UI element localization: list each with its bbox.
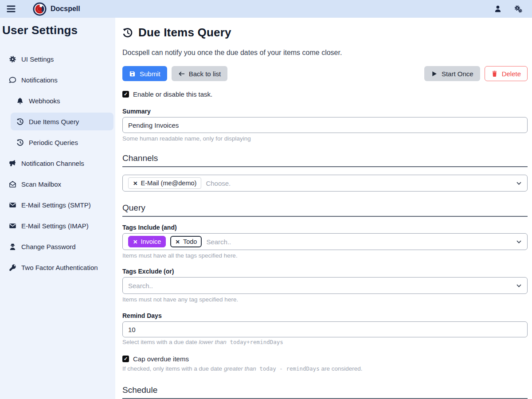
save-icon	[129, 70, 136, 77]
sidebar-item-periodic-queries[interactable]: Periodic Queries	[11, 133, 113, 151]
sidebar-item-notifications[interactable]: Notifications	[6, 71, 113, 89]
page-description: Docspell can notify you once the due dat…	[122, 49, 528, 57]
sidebar-item-due-items-query[interactable]: Due Items Query	[11, 113, 113, 130]
sidebar-item-label: E-Mail Settings (SMTP)	[21, 201, 91, 209]
app-window: Docspell User Settings UI Settings Notif…	[0, 0, 532, 399]
enable-task-row: ✓ Enable or disable this task.	[122, 90, 528, 98]
delete-button[interactable]: Delete	[485, 66, 528, 81]
cap-overdue-checkbox[interactable]: ✓	[122, 356, 129, 362]
tags-include-helper: Items must have all the tags specified h…	[122, 252, 528, 259]
envelope-icon	[9, 222, 16, 230]
tags-include-placeholder: Search..	[206, 238, 231, 246]
tags-include-label: Tags Include (and)	[122, 224, 528, 231]
remind-days-input[interactable]	[122, 321, 528, 337]
trash-icon	[491, 70, 498, 77]
start-once-label: Start Once	[442, 70, 473, 78]
channels-placeholder: Choose.	[206, 180, 231, 187]
bell-icon	[16, 97, 24, 105]
start-once-button[interactable]: Start Once	[424, 66, 480, 81]
tags-exclude-label: Tags Exclude (or)	[122, 268, 528, 275]
tags-exclude-helper: Items must not have any tag specified he…	[122, 296, 528, 303]
brand-name: Docspell	[51, 5, 80, 13]
navbar-actions	[494, 5, 526, 13]
comment-icon	[9, 76, 16, 84]
sidebar-item-label: Scan Mailbox	[21, 180, 61, 188]
submit-button[interactable]: Submit	[122, 66, 167, 81]
key-icon	[9, 264, 16, 271]
chevron-down-icon[interactable]	[516, 180, 522, 186]
remove-chip-icon[interactable]: ✕	[133, 239, 137, 245]
enable-task-checkbox[interactable]: ✓	[122, 91, 129, 98]
sidebar-item-notification-channels[interactable]: Notification Channels	[6, 154, 113, 172]
top-navbar: Docspell	[0, 0, 532, 18]
history-icon	[16, 139, 24, 146]
tag-chip-label: Invoice	[141, 238, 161, 245]
sidebar-item-label: Change Password	[21, 243, 76, 250]
helper-code: today+remindDays	[227, 339, 283, 345]
sidebar-item-ui-settings[interactable]: UI Settings	[6, 50, 113, 68]
sidebar-item-email-smtp[interactable]: E-Mail Settings (SMTP)	[6, 196, 113, 214]
sidebar-item-label: Webhooks	[29, 97, 60, 105]
sidebar-item-label: Notifications	[21, 76, 58, 84]
sidebar-item-label: Notification Channels	[21, 160, 84, 167]
tags-include-select[interactable]: ✕ Invoice ✕ Todo Search..	[122, 233, 528, 250]
tag-chip-invoice[interactable]: ✕ Invoice	[128, 236, 166, 247]
check-icon: ✓	[124, 356, 128, 361]
tag-chip-todo[interactable]: ✕ Todo	[170, 236, 202, 247]
chevron-down-icon[interactable]	[516, 283, 522, 289]
user-secret-icon	[9, 243, 16, 250]
summary-helper: Some human readable name, only for displ…	[122, 135, 528, 142]
history-icon	[122, 27, 133, 38]
menu-icon[interactable]	[6, 4, 16, 14]
check-icon: ✓	[124, 92, 128, 97]
history-icon	[16, 118, 24, 125]
channel-chip-email[interactable]: ✕ E-Mail (me@demo)	[128, 177, 201, 189]
enable-task-label: Enable or disable this task.	[133, 90, 212, 98]
back-to-list-button[interactable]: Back to list	[172, 66, 228, 81]
channels-heading: Channels	[122, 153, 528, 167]
user-account-icon[interactable]	[494, 5, 502, 13]
cap-overdue-row: ✓ Cap overdue items	[122, 355, 528, 363]
back-button-label: Back to list	[189, 70, 221, 78]
helper-code: today - remindDays	[256, 365, 320, 372]
page-title: Due Items Query	[138, 26, 231, 39]
summary-input[interactable]	[122, 117, 528, 133]
brand[interactable]: Docspell	[33, 2, 80, 16]
tags-exclude-select[interactable]: Search..	[122, 277, 528, 294]
helper-italic: lower than	[199, 339, 227, 345]
sidebar-item-scan-mailbox[interactable]: Scan Mailbox	[6, 175, 113, 193]
summary-label: Summary	[122, 108, 528, 115]
remind-days-helper: Select items with a due date lower than …	[122, 339, 528, 345]
chevron-down-icon[interactable]	[516, 239, 522, 245]
remove-chip-icon[interactable]: ✕	[133, 180, 137, 187]
sidebar-item-two-factor[interactable]: Two Factor Authentication	[6, 258, 113, 276]
sidebar-item-change-password[interactable]: Change Password	[6, 238, 113, 255]
main-content: Due Items Query Docspell can notify you …	[115, 18, 532, 399]
docspell-logo-icon	[33, 2, 47, 16]
cap-overdue-label: Cap overdue items	[133, 355, 189, 363]
channel-chip-label: E-Mail (me@demo)	[141, 180, 196, 187]
channels-select[interactable]: ✕ E-Mail (me@demo) Choose.	[122, 175, 528, 192]
envelope-icon	[9, 201, 16, 209]
helper-italic: greater than	[224, 365, 256, 372]
helper-text: are considered.	[320, 365, 363, 372]
cap-overdue-helper: If checked, only items with a due date g…	[122, 365, 528, 372]
remove-chip-icon[interactable]: ✕	[175, 239, 180, 245]
sidebar-item-email-imap[interactable]: E-Mail Settings (IMAP)	[6, 217, 113, 235]
helper-text: Select items with a due date	[122, 339, 199, 345]
tag-chip-label: Todo	[183, 238, 197, 245]
helper-text: If checked, only items with a due date	[122, 365, 224, 372]
submit-button-label: Submit	[140, 70, 160, 78]
remind-days-label: Remind Days	[122, 312, 528, 319]
schedule-heading: Schedule	[122, 385, 528, 399]
sidebar-item-label: Due Items Query	[29, 118, 79, 125]
sidebar-item-webhooks[interactable]: Webhooks	[11, 92, 113, 110]
sidebar-item-label: Two Factor Authentication	[21, 264, 98, 271]
sidebar-item-label: E-Mail Settings (IMAP)	[21, 222, 89, 230]
sidebar-item-label: UI Settings	[21, 55, 54, 63]
play-icon	[431, 70, 438, 77]
sidebar-item-label: Periodic Queries	[29, 139, 78, 146]
sidebar-title: User Settings	[2, 23, 115, 37]
admin-cogs-icon[interactable]	[514, 5, 522, 13]
delete-button-label: Delete	[502, 70, 521, 78]
